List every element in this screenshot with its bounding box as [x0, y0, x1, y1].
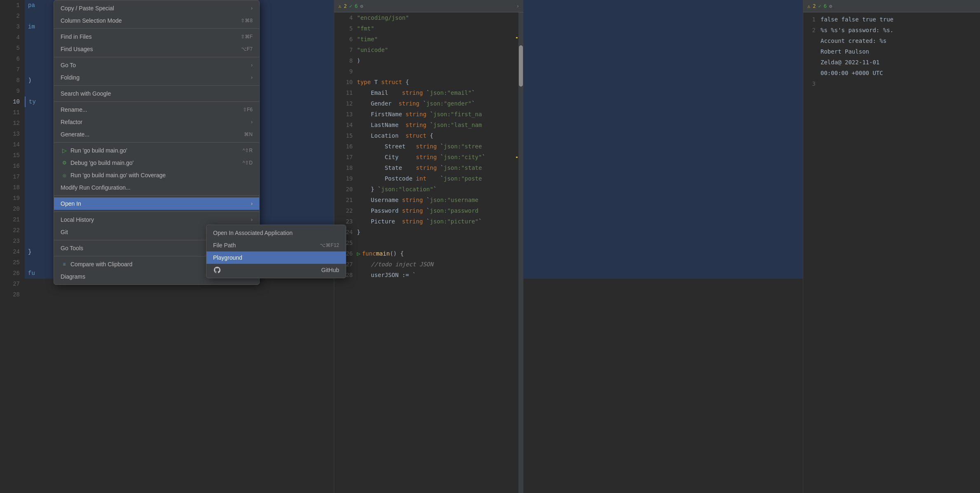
- output-lineno-1: 1: [803, 14, 816, 25]
- line-num-11: 11: [0, 107, 25, 118]
- arrow-icon-refactor: ›: [251, 119, 253, 125]
- menu-item-local-history[interactable]: Local History ›: [54, 214, 259, 226]
- s-code-10: type T struct {: [357, 77, 518, 87]
- s-code-11: Email string `json:"email"`: [357, 87, 518, 98]
- output-check-count: 6: [824, 3, 827, 9]
- scrollbar-track[interactable]: [518, 12, 523, 493]
- menu-label-copy-paste-special: Copy / Paste Special: [61, 5, 248, 12]
- menu-item-folding[interactable]: Folding ›: [54, 71, 259, 84]
- menu-item-find-usages[interactable]: Find Usages ⌥F7: [54, 43, 259, 55]
- menu-item-go-to[interactable]: Go To ›: [54, 59, 259, 71]
- submenu-item-file-path[interactable]: File Path ⌥⌘F12: [206, 239, 346, 251]
- s-code-26: ▷ func main() {: [357, 248, 518, 259]
- s-code-6: "time": [357, 34, 518, 45]
- output-row-3: 3: [803, 78, 980, 89]
- separator-1: [54, 28, 259, 29]
- line-num-12: 12: [0, 118, 25, 129]
- line-num-8: 8: [0, 75, 25, 86]
- submenu-label-playground: Playground: [213, 254, 242, 261]
- s-code-9: [357, 66, 518, 77]
- submenu-label-open-associated: Open In Associated Application: [213, 230, 293, 236]
- arrow-icon-open-in: ›: [251, 201, 253, 207]
- left-gutter: 1 2 3 4 5 6 7 8 9 10 11 12 13 14 15 16 1…: [0, 0, 25, 493]
- menu-item-copy-paste-special[interactable]: Copy / Paste Special ›: [54, 2, 259, 14]
- s-code-21: Username string `json:"username: [357, 195, 518, 205]
- submenu-item-open-associated[interactable]: Open In Associated Application: [206, 227, 346, 239]
- menu-item-run-build[interactable]: ▷ Run 'go build main.go' ^⇧R: [54, 144, 259, 157]
- output-indicator-bar: ⚠ 2 ✓ 6 ⚙: [803, 0, 980, 12]
- submenu-item-playground[interactable]: Playground: [206, 251, 346, 264]
- menu-item-modify-run[interactable]: Modify Run Configuration...: [54, 181, 259, 194]
- warning-icon: ⚠: [338, 3, 341, 9]
- menu-label-modify-run: Modify Run Configuration...: [61, 184, 253, 191]
- indicator-bar: ⚠ 2 ✓ 6 ⚙ ›: [334, 0, 523, 12]
- open-in-submenu: Open In Associated Application File Path…: [206, 225, 346, 278]
- menu-item-open-in[interactable]: Open In ›: [54, 197, 259, 210]
- settings-icon[interactable]: ⚙: [360, 3, 363, 9]
- line-num-6: 6: [0, 54, 25, 64]
- line-num-27: 27: [0, 279, 25, 289]
- shortcut-generate: ⌘N: [244, 131, 253, 137]
- output-settings-icon[interactable]: ⚙: [829, 3, 832, 9]
- output-text-2c: Robert Paulson: [821, 46, 869, 57]
- separator-2: [54, 57, 259, 57]
- menu-item-find-in-files[interactable]: Find in Files ⇧⌘F: [54, 31, 259, 43]
- line-num-10: 10: [0, 96, 25, 107]
- shortcut-column-selection: ⇧⌘8: [241, 18, 253, 23]
- menu-item-debug-build[interactable]: ⚙ Debug 'go build main.go' ^⇧D: [54, 157, 259, 169]
- shortcut-run-build: ^⇧R: [243, 148, 253, 153]
- output-lineno-3: 3: [803, 78, 816, 89]
- line-num-18: 18: [0, 182, 25, 193]
- output-row-2c: Robert Paulson: [803, 46, 980, 57]
- arrow-icon-folding: ›: [251, 75, 253, 80]
- output-content: 1 false false true true 2 %s %s's passwo…: [803, 12, 980, 493]
- output-warning-count: 2: [813, 3, 816, 9]
- check-count: 6: [355, 3, 358, 9]
- output-text-2b: Account created: %s: [821, 35, 886, 46]
- menu-item-rename[interactable]: Rename... ⇧F6: [54, 103, 259, 116]
- menu-item-run-coverage[interactable]: ◎ Run 'go build main.go' with Coverage: [54, 169, 259, 181]
- expand-icon[interactable]: ›: [516, 3, 519, 9]
- menu-item-search-google[interactable]: Search with Google: [54, 87, 259, 100]
- menu-item-column-selection[interactable]: Column Selection Mode ⇧⌘8: [54, 14, 259, 27]
- s-code-27: //todo inject JSON: [357, 259, 518, 270]
- s-code-8: ): [357, 55, 518, 66]
- line-num-19: 19: [0, 193, 25, 204]
- s-code-15: Location struct {: [357, 130, 518, 141]
- editor-container: 1 2 3 4 5 6 7 8 9 10 11 12 13 14 15 16 1…: [0, 0, 980, 493]
- scrollbar-thumb[interactable]: [519, 45, 523, 87]
- output-row-2e: 00:00:00 +0000 UTC: [803, 68, 980, 78]
- coverage-icon: ◎: [61, 171, 68, 179]
- s-code-17: City string `json:"city"`: [357, 152, 518, 162]
- separator-6: [54, 195, 259, 196]
- line-num-7: 7: [0, 64, 25, 75]
- output-text-2: %s %s's password: %s.: [821, 25, 893, 35]
- shortcut-find-usages: ⌥F7: [241, 46, 253, 52]
- menu-label-search-google: Search with Google: [61, 90, 253, 97]
- menu-item-refactor[interactable]: Refactor ›: [54, 116, 259, 128]
- shortcut-find-in-files: ⇧⌘F: [241, 34, 253, 40]
- line-num-3: 3: [0, 21, 25, 32]
- minimap-warning-2: [516, 157, 518, 158]
- s-code-14: LastName string `json:"last_nam: [357, 120, 518, 130]
- s-code-24: }: [357, 227, 518, 237]
- output-text-2e: 00:00:00 +0000 UTC: [821, 68, 883, 78]
- arrow-icon-local-history: ›: [251, 217, 253, 223]
- output-panel: ⚠ 2 ✓ 6 ⚙ 1 false false true true 2 %s %…: [803, 0, 980, 493]
- menu-item-generate[interactable]: Generate... ⌘N: [54, 128, 259, 141]
- line-num-17: 17: [0, 171, 25, 182]
- line-num-22: 22: [0, 225, 25, 236]
- s-code-25: [357, 237, 518, 248]
- line-num-25: 25: [0, 257, 25, 268]
- submenu-item-github[interactable]: GitHub: [206, 264, 346, 276]
- shortcut-rename: ⇧F6: [243, 107, 253, 113]
- check-icon: ✓: [349, 3, 352, 9]
- output-check-icon: ✓: [818, 3, 821, 9]
- menu-label-run-build: Run 'go build main.go': [70, 147, 234, 154]
- line-num-2: 2: [0, 11, 25, 21]
- s-code-5: "fmt": [357, 23, 518, 34]
- output-row-2d: Zelda@ 2022-11-01: [803, 57, 980, 68]
- github-icon: [213, 267, 221, 273]
- line-num-5: 5: [0, 43, 25, 54]
- line-num-15: 15: [0, 150, 25, 161]
